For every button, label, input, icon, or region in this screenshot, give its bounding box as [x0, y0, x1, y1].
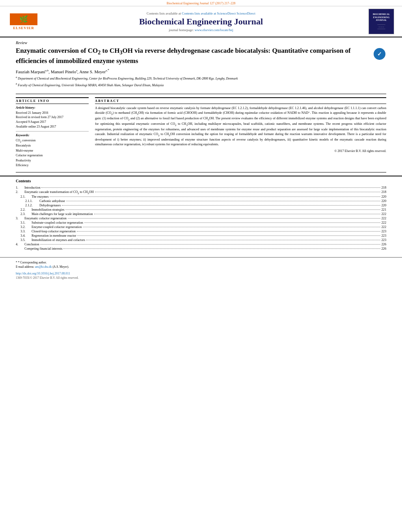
- page-wrapper: Biochemical Engineering Journal 127 (201…: [0, 0, 402, 532]
- email-label: E-mail address:: [16, 265, 34, 269]
- toc-dots-2: [95, 192, 380, 192]
- journal-logo-detail: —————— — ——————: [378, 23, 385, 30]
- toc-item-212: 2.1.2. Dehydrogenases 220: [16, 203, 386, 208]
- contents-divider: [16, 172, 386, 172]
- article-info-title: ARTICLE INFO: [16, 97, 89, 104]
- toc-dots-32: [83, 227, 380, 227]
- journal-logo-right: BIOCHEMICALENGINEERINGJOURNAL —————— — —…: [363, 9, 394, 34]
- toc-dots-35: [86, 240, 380, 240]
- journal-logo-label: BIOCHEMICALENGINEERINGJOURNAL: [373, 13, 390, 22]
- toc-page-32: 222: [382, 225, 386, 229]
- keyword-3: Multi-enzyme: [16, 148, 89, 153]
- toc-num-4: 4.: [16, 243, 24, 246]
- toc-page-4: 226: [382, 243, 386, 246]
- toc-title-4: Conclusion: [24, 243, 39, 246]
- toc-num-22: 2.2.: [20, 208, 32, 211]
- elsevier-brand-name: ELSEVIER: [13, 26, 34, 30]
- toc-dots-211: [66, 201, 380, 201]
- toc-num-211: 2.1.1.: [25, 199, 39, 203]
- keyword-5: Productivity: [16, 158, 89, 163]
- toc-num-23: 2.3.: [20, 212, 32, 216]
- toc-dots-34: [77, 235, 380, 236]
- corresponding-author-note: * * Corresponding author.: [16, 261, 386, 264]
- abstract-column: ABSTRACT A designed biocatalytic cascade…: [95, 97, 386, 168]
- toc-item-34: 3.4. Regeneration in membrane reactor 22…: [16, 234, 386, 238]
- copyright-line: © 2017 Elsevier B.V. All rights reserved…: [95, 149, 386, 153]
- email-line: E-mail address: am@kt.dtu.dk (A.S. Meyer…: [16, 265, 386, 269]
- elsevier-leaf-icon: 🌿: [19, 15, 28, 24]
- toc-page-34: 223: [382, 234, 386, 237]
- journal-homepage-link[interactable]: www.elsevier.com/locate/bej: [195, 28, 233, 32]
- received-date: Received 21 January 2016: [16, 111, 89, 115]
- article-section: Review Enzymatic conversion of CO2 to CH…: [0, 37, 402, 91]
- toc-dots-3: [68, 218, 380, 219]
- toc-num-1: 1.: [16, 186, 24, 189]
- toc-dots-21: [50, 196, 380, 197]
- toc-title-35: Immobilization of enzymes and cofactors: [32, 238, 85, 242]
- toc-page-1: 218: [382, 186, 386, 189]
- toc-title-211: Carbonic anhydrase: [39, 199, 65, 203]
- email-link[interactable]: am@kt.dtu.dk: [35, 265, 52, 269]
- toc-page-21: 220: [382, 195, 386, 198]
- toc-item-competing: Competing financial interests 226: [16, 247, 386, 251]
- toc-title-1: Introduction: [24, 186, 40, 189]
- toc-page-competing: 226: [382, 247, 386, 250]
- keywords-label: Keywords:: [16, 133, 89, 137]
- toc-item-35: 3.5. Immobilization of enzymes and cofac…: [16, 238, 386, 242]
- toc-num-21: 2.1.: [20, 195, 32, 198]
- journal-header: 🌿 ELSEVIER Contents lists available at C…: [0, 6, 402, 37]
- article-info-column: ARTICLE INFO Article history: Received 2…: [16, 97, 89, 168]
- toc-item-21: 2.1. The enzymes 220: [16, 195, 386, 199]
- article-title: Enzymatic conversion of CO2 to CH3OH via…: [16, 46, 370, 65]
- keyword-6: Efficiency: [16, 163, 89, 168]
- available-date: Available online 23 August 2017: [16, 124, 89, 129]
- elsevier-logo-img: 🌿 ELSEVIER: [8, 11, 39, 32]
- toc-page-33: 223: [382, 230, 386, 233]
- toc-item-22: 2.2. Immobilization strategies 221: [16, 208, 386, 212]
- toc-num-3: 3.: [16, 217, 24, 220]
- toc-dots-competing: [63, 248, 380, 249]
- contents-title: Contents: [16, 179, 386, 183]
- toc-page-22: 221: [382, 208, 386, 211]
- toc-title-212: Dehydrogenases: [39, 204, 61, 207]
- toc-num-33: 3.3.: [20, 230, 32, 233]
- sciencedirect-line: Contents lists available at Contents lis…: [39, 11, 363, 15]
- toc-item-3: 3. Enzymatic cofactor regeneration 222: [16, 216, 386, 221]
- toc-dots-23: [94, 214, 380, 214]
- article-info-abstract-columns: ARTICLE INFO Article history: Received 2…: [0, 97, 402, 168]
- article-history-label: Article history:: [16, 106, 89, 109]
- crossmark-circle: ✓: [374, 48, 385, 60]
- contents-section: Contents 1. Introduction 218 2. Enzymati…: [0, 176, 402, 254]
- toc-page-35: 223: [382, 238, 386, 242]
- footer-area: * * Corresponding author. E-mail address…: [0, 257, 402, 281]
- toc-page-211: 220: [382, 199, 386, 203]
- toc-item-2: 2. Enzymatic cascade transformation of C…: [16, 190, 386, 195]
- toc-item-211: 2.1.1. Carbonic anhydrase 220: [16, 199, 386, 203]
- toc-title-31: Substrate-coupled cofactor regeneration: [32, 221, 83, 224]
- toc-num-212: 2.1.2.: [25, 204, 39, 207]
- toc-num-35: 3.5.: [20, 238, 32, 242]
- author-2-sup: a: [76, 69, 77, 72]
- toc-list: 1. Introduction 218 2. Enzymatic cascade…: [16, 185, 386, 251]
- toc-item-32: 3.2. Enzyme-coupled cofactor regeneratio…: [16, 225, 386, 229]
- revised-date: Received in revised form 27 July 2017: [16, 115, 89, 120]
- toc-title-33: Closed-loop cofactor regeneration: [32, 230, 76, 233]
- sciencedirect-link[interactable]: Contents lists available at ScienceDirec…: [182, 11, 236, 15]
- toc-num-34: 3.4.: [20, 234, 32, 237]
- toc-num-31: 3.1.: [20, 221, 32, 224]
- article-title-row: Enzymatic conversion of CO2 to CH3OH via…: [16, 46, 386, 65]
- toc-page-3: 222: [382, 217, 386, 220]
- journal-homepage-line: journal homepage: www.elsevier.com/locat…: [39, 28, 363, 32]
- author-1: Fauziah Marpania,b: [16, 69, 48, 74]
- toc-title-competing: Competing financial interests: [24, 247, 62, 250]
- author-3: Anne S. Meyera,*: [79, 69, 109, 74]
- journal-logo-box: BIOCHEMICALENGINEERINGJOURNAL —————— — —…: [368, 9, 394, 34]
- keyword-4: Cofactor regeneration: [16, 153, 89, 158]
- doi-link[interactable]: http://dx.doi.org/10.1016/j.bej.2017.08.…: [16, 272, 386, 275]
- toc-item-33: 3.3. Closed-loop cofactor regeneration 2…: [16, 229, 386, 234]
- info-divider: [16, 131, 89, 132]
- author-3-star: *: [108, 69, 109, 72]
- doi-area: http://dx.doi.org/10.1016/j.bej.2017.08.…: [16, 272, 386, 280]
- accepted-date: Accepted 9 August 2017: [16, 120, 89, 124]
- author-2: Manuel Pineloa: [51, 69, 78, 74]
